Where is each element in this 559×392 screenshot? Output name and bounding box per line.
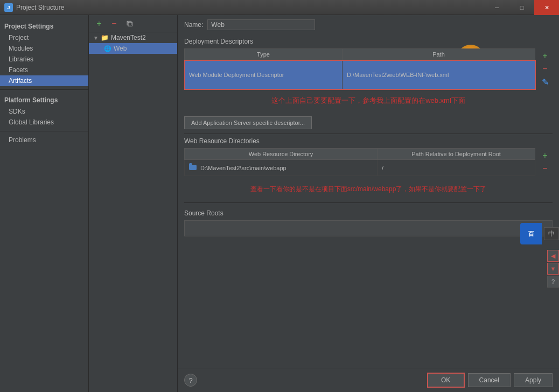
source-roots-box bbox=[184, 220, 553, 236]
project-settings-label: Project Settings bbox=[0, 19, 88, 32]
folder-icon: 📁 bbox=[101, 34, 109, 41]
title-bar: J Project Structure ─ □ ✕ bbox=[0, 0, 559, 15]
sidebar-item-global-libraries[interactable]: Global Libraries bbox=[0, 117, 88, 128]
col-web-dir: Web Resource Directory bbox=[185, 149, 378, 160]
remove-deployment-button[interactable]: − bbox=[540, 64, 550, 74]
close-button[interactable]: ✕ bbox=[534, 0, 559, 15]
cancel-button[interactable]: Cancel bbox=[468, 373, 511, 387]
sidebar-item-modules[interactable]: Modules bbox=[0, 43, 88, 54]
window-controls: ─ □ ✕ bbox=[485, 0, 559, 15]
tree-item-maventest2[interactable]: ▼ 📁 MavenTest2 bbox=[89, 32, 177, 43]
help-side-button[interactable]: ? bbox=[547, 276, 559, 288]
add-web-resource-button[interactable]: + bbox=[540, 150, 550, 161]
web-resource-table-container: Web Resource Directory Path Relative to … bbox=[184, 148, 553, 176]
app-icon: J bbox=[4, 3, 13, 12]
tree-toolbar: + − ⧉ bbox=[89, 15, 177, 32]
sidebar: Project Settings Project Modules Librari… bbox=[0, 15, 89, 392]
restore-button[interactable]: □ bbox=[509, 0, 534, 15]
web-resource-table: Web Resource Directory Path Relative to … bbox=[184, 148, 535, 176]
table-row[interactable]: D:\MavenTest2\src\main\webapp / bbox=[185, 160, 535, 176]
web-file-icon: 🌐 bbox=[104, 45, 111, 52]
window-title: Project Structure bbox=[16, 4, 64, 11]
deployment-path: D:\MavenTest2\web\WEB-INF\web.xml bbox=[342, 60, 535, 89]
web-resource-annotation: 查看一下看你的是不是在项目下面src/main/webapp了，如果不是你就要配… bbox=[184, 176, 553, 202]
sidebar-item-artifacts[interactable]: Artifacts bbox=[0, 75, 88, 86]
sidebar-item-project[interactable]: Project bbox=[0, 32, 88, 43]
sidebar-item-libraries[interactable]: Libraries bbox=[0, 54, 88, 65]
sidebar-item-problems[interactable]: Problems bbox=[0, 135, 88, 145]
add-descriptor-button[interactable]: Add Application Server specific descript… bbox=[184, 116, 312, 129]
deployment-side-actions: + − ✎ bbox=[537, 48, 553, 89]
scroll-down-button[interactable]: ▼ bbox=[547, 263, 559, 275]
sidebar-item-sdks[interactable]: SDKs bbox=[0, 106, 88, 117]
platform-settings-label: Platform Settings bbox=[0, 93, 88, 106]
minimize-button[interactable]: ─ bbox=[485, 0, 509, 15]
add-deployment-button[interactable]: + bbox=[540, 51, 550, 61]
deployment-table: Type Path Web Module Deployment Descript… bbox=[184, 48, 535, 89]
tree-item-web[interactable]: 🌐 Web bbox=[89, 43, 177, 54]
remove-button[interactable]: − bbox=[108, 18, 120, 30]
source-roots-section: Source Roots bbox=[178, 203, 559, 240]
bottom-bar: ? OK Cancel Apply bbox=[178, 368, 559, 392]
deployment-type: Web Module Deployment Descriptor bbox=[185, 60, 343, 89]
source-roots-title: Source Roots bbox=[184, 206, 553, 217]
deployment-descriptors-title: Deployment Descriptors bbox=[184, 34, 553, 45]
main-container: Project Settings Project Modules Librari… bbox=[0, 15, 559, 392]
deployment-annotation: 这个上面自己要要配置一下，参考我上面配置的在web.xml下面 bbox=[184, 89, 553, 112]
name-row: Name: 86% ▲ 0.05K/s ▼ bbox=[178, 15, 559, 34]
expand-arrow: ▼ bbox=[93, 35, 99, 41]
col-relative-path: Path Relative to Deployment Root bbox=[378, 149, 535, 160]
col-type: Type bbox=[185, 49, 343, 60]
deployment-descriptors-section: Deployment Descriptors Type Path bbox=[178, 34, 559, 134]
web-resource-side-actions: + − bbox=[537, 148, 553, 176]
scroll-up-button[interactable]: ◀ bbox=[547, 250, 559, 262]
content-area: Name: 86% ▲ 0.05K/s ▼ bbox=[178, 15, 559, 392]
name-label: Name: bbox=[184, 21, 203, 29]
web-resource-section: Web Resource Directories Web Resource Di… bbox=[178, 134, 559, 202]
table-row[interactable]: Web Module Deployment Descriptor D:\Mave… bbox=[185, 60, 535, 89]
help-button[interactable]: ? bbox=[184, 374, 197, 387]
deployment-table-container: Type Path Web Module Deployment Descript… bbox=[184, 48, 553, 89]
add-button[interactable]: + bbox=[93, 18, 105, 30]
edit-deployment-button[interactable]: ✎ bbox=[540, 76, 550, 87]
folder-small-icon bbox=[189, 165, 197, 170]
sidebar-item-facets[interactable]: Facets bbox=[0, 65, 88, 75]
copy-button[interactable]: ⧉ bbox=[123, 18, 135, 30]
apply-button[interactable]: Apply bbox=[514, 373, 553, 387]
sidebar-divider bbox=[0, 89, 88, 90]
remove-web-resource-button[interactable]: − bbox=[540, 163, 550, 174]
right-panel-buttons: ◀ ▼ ? bbox=[547, 250, 559, 288]
name-input[interactable] bbox=[207, 19, 315, 30]
baidu-overlay: 百 中 bbox=[520, 223, 559, 244]
sidebar-divider2 bbox=[0, 131, 88, 131]
web-dir-cell: D:\MavenTest2\src\main\webapp bbox=[185, 160, 378, 176]
content-scroll[interactable]: Deployment Descriptors Type Path bbox=[178, 34, 559, 368]
col-path: Path bbox=[342, 49, 535, 60]
web-resource-title: Web Resource Directories bbox=[184, 134, 553, 145]
baidu-lang-button[interactable]: 中 bbox=[544, 227, 559, 240]
baidu-icon[interactable]: 百 bbox=[520, 223, 542, 244]
ok-button[interactable]: OK bbox=[427, 373, 465, 388]
relative-path-cell: / bbox=[378, 160, 535, 176]
